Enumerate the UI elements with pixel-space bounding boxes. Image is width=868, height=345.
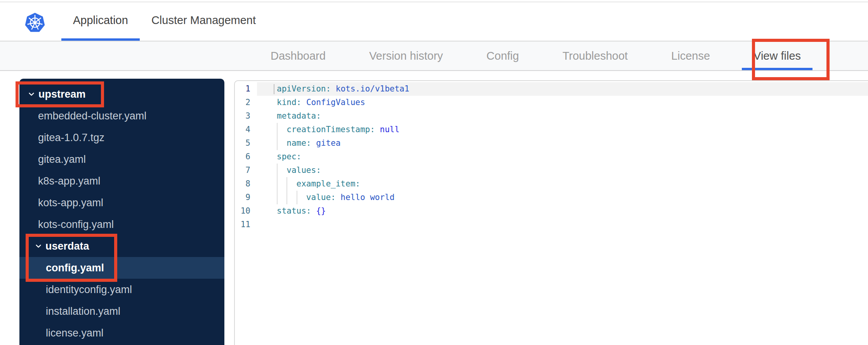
- code-line-content: [257, 218, 868, 231]
- chevron-down-icon: [28, 91, 35, 98]
- indent-guide: [277, 177, 286, 191]
- code-line-content: creationTimestamp: null: [257, 123, 868, 136]
- line-number: 7: [235, 164, 250, 177]
- tree-file-gitea-1-0-7-tgz[interactable]: gitea-1.0.7.tgz: [19, 127, 224, 148]
- code-line: 4creationTimestamp: null: [235, 123, 868, 136]
- code-line-content: metadata:: [257, 109, 868, 123]
- file-tree-label: userdata: [45, 240, 89, 252]
- file-tree-label: embedded-cluster.yaml: [38, 110, 146, 122]
- code-line-content: apiVersion: kots.io/v1beta1: [257, 82, 868, 96]
- code-line-content: values:: [257, 164, 868, 177]
- indent-guide: [277, 164, 286, 177]
- code-token-plain: [311, 138, 316, 148]
- line-number: 5: [235, 136, 250, 150]
- code-token-key: spec:: [277, 152, 301, 161]
- file-tree-label: k8s-app.yaml: [38, 175, 101, 187]
- nav-tab-config[interactable]: Config: [486, 41, 519, 70]
- nav-tab-dashboard[interactable]: Dashboard: [271, 41, 326, 70]
- file-tree-label: kots-config.yaml: [38, 219, 114, 231]
- file-tree-label: identityconfig.yaml: [46, 284, 132, 296]
- indent-guide: [277, 123, 286, 136]
- header-tab-bar: ApplicationCluster Management: [61, 2, 267, 41]
- tree-folder-userdata[interactable]: userdata: [19, 235, 224, 257]
- tree-file-kots-config-yaml[interactable]: kots-config.yaml: [19, 214, 224, 235]
- file-tree-label: kots-app.yaml: [38, 197, 103, 209]
- tree-file-license-yaml[interactable]: license.yaml: [19, 322, 224, 344]
- nav-tab-version-history[interactable]: Version history: [369, 41, 443, 70]
- code-line: 1apiVersion: kots.io/v1beta1: [235, 82, 868, 96]
- tree-file-embedded-cluster-yaml[interactable]: embedded-cluster.yaml: [19, 105, 224, 127]
- code-token-key: apiVersion:: [277, 84, 331, 93]
- file-tree-label: license.yaml: [46, 327, 104, 339]
- code-line-content: name: gitea: [257, 136, 868, 150]
- file-tree-label: gitea-1.0.7.tgz: [38, 132, 104, 144]
- app-header: ApplicationCluster Management: [0, 2, 868, 41]
- tree-file-identityconfig-yaml[interactable]: identityconfig.yaml: [19, 279, 224, 300]
- code-token-key: status:: [277, 206, 311, 216]
- code-line-content: status: {}: [257, 204, 868, 218]
- code-token-plain: [375, 125, 380, 134]
- nav-tab-troubleshoot[interactable]: Troubleshoot: [562, 41, 628, 70]
- code-token-plain: [311, 206, 316, 216]
- line-number: 3: [235, 109, 250, 123]
- line-number: 11: [235, 218, 250, 231]
- code-line-content: value: hello world: [257, 191, 868, 204]
- code-line: 9value: hello world: [235, 191, 868, 204]
- line-number: 8: [235, 177, 250, 191]
- tree-file-k8s-app-yaml[interactable]: k8s-app.yaml: [19, 170, 224, 192]
- indent-guide: [277, 191, 286, 204]
- code-line: 5name: gitea: [235, 136, 868, 150]
- yaml-file-viewer[interactable]: 1apiVersion: kots.io/v1beta12kind: Confi…: [234, 80, 868, 345]
- code-line: 2kind: ConfigValues: [235, 96, 868, 109]
- file-tree-label: installation.yaml: [46, 305, 120, 317]
- code-token-kw: {}: [316, 206, 326, 216]
- tree-file-installation-yaml[interactable]: installation.yaml: [19, 300, 224, 322]
- app-nav-bar: DashboardVersion historyConfigTroublesho…: [0, 41, 868, 71]
- file-tree-sidebar: upstreamembedded-cluster.yamlgitea-1.0.7…: [19, 79, 224, 345]
- header-tab-application[interactable]: Application: [61, 2, 140, 41]
- code-line: 3metadata:: [235, 109, 868, 123]
- line-number: 4: [235, 123, 250, 136]
- code-line: 10status: {}: [235, 204, 868, 218]
- indent-guide: [277, 136, 286, 150]
- code-line: 6spec:: [235, 150, 868, 164]
- code-token-key: metadata:: [277, 111, 321, 121]
- code-token-val: kots.io/v1beta1: [336, 84, 410, 93]
- tree-file-kots-app-yaml[interactable]: kots-app.yaml: [19, 192, 224, 214]
- line-number: 1: [235, 82, 250, 96]
- indent-guide: [286, 177, 296, 191]
- line-number: 9: [235, 191, 250, 204]
- code-token-key: name:: [286, 138, 311, 148]
- code-token-kw: null: [380, 125, 400, 134]
- line-number: 10: [235, 204, 250, 218]
- code-line-content: spec:: [257, 150, 868, 164]
- code-line: 7values:: [235, 164, 868, 177]
- file-tree-label: gitea.yaml: [38, 154, 86, 166]
- kubernetes-logo-icon: [24, 12, 45, 33]
- code-token-val: ConfigValues: [306, 98, 365, 107]
- header-tab-cluster-management[interactable]: Cluster Management: [140, 2, 267, 41]
- chevron-down-icon: [35, 243, 42, 250]
- code-token-key: values:: [286, 166, 321, 175]
- text-cursor: [274, 84, 274, 94]
- code-token-key: creationTimestamp:: [286, 125, 375, 134]
- code-line-content: kind: ConfigValues: [257, 96, 868, 109]
- code-token-plain: [336, 193, 341, 202]
- code-line-content: example_item:: [257, 177, 868, 191]
- file-tree-label: upstream: [38, 88, 86, 100]
- code-token-plain: [301, 98, 306, 107]
- code-line: 8example_item:: [235, 177, 868, 191]
- nav-tab-license[interactable]: License: [671, 41, 710, 70]
- indent-guide: [297, 191, 306, 204]
- line-number: 6: [235, 150, 250, 164]
- code-token-key: kind:: [277, 98, 301, 107]
- line-number: 2: [235, 96, 250, 109]
- tree-file-config-yaml[interactable]: config.yaml: [19, 257, 224, 279]
- tree-file-gitea-yaml[interactable]: gitea.yaml: [19, 148, 224, 170]
- nav-tab-view-files[interactable]: View files: [742, 41, 812, 70]
- code-token-key: value:: [306, 193, 336, 202]
- code-token-plain: [331, 84, 336, 93]
- tree-folder-upstream[interactable]: upstream: [19, 83, 224, 105]
- code-token-val: gitea: [316, 138, 340, 148]
- code-line: 11: [235, 218, 868, 231]
